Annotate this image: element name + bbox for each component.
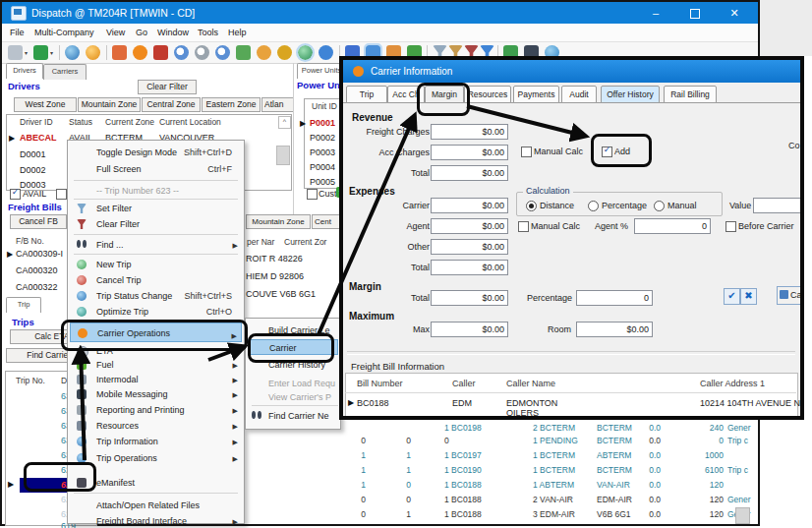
scroll-up-icon[interactable]: ^ xyxy=(278,116,291,129)
add-checkbox[interactable] xyxy=(602,147,612,157)
submenu-item-find-carrier[interactable]: Find Carrier Ne xyxy=(248,408,338,424)
power-units-col-unit-id[interactable]: Unit ID xyxy=(312,101,337,111)
dialog-tab-rail-billing[interactable]: Rail Billing xyxy=(664,86,717,103)
driver-icon[interactable] xyxy=(112,45,127,60)
fb-col-caller-name[interactable]: Caller Name xyxy=(506,379,555,388)
scrollbar-thumb[interactable] xyxy=(735,507,750,524)
driver-row[interactable]: D0002 xyxy=(20,165,46,175)
dialog-tab-trip[interactable]: Trip xyxy=(346,86,387,103)
web-icon[interactable] xyxy=(298,45,313,60)
menu-item-resources[interactable]: Resources▶ xyxy=(70,418,242,434)
info-icon[interactable] xyxy=(65,45,80,60)
calculate-button[interactable]: Ca xyxy=(777,286,800,305)
drivers-col-current-zone[interactable]: Current Zone xyxy=(105,117,154,127)
zone-button-mountain[interactable]: Mountain Zone xyxy=(78,97,141,112)
dialog-tab-offer-history[interactable]: Offer History xyxy=(601,86,660,103)
confirm-button[interactable]: ✔ xyxy=(724,288,740,305)
drivers-col-driver-id[interactable]: Driver ID xyxy=(20,117,53,127)
tab-trip[interactable]: Trip xyxy=(6,297,41,313)
trips-col-no[interactable]: Trip No. xyxy=(16,376,45,385)
maximize-button[interactable] xyxy=(678,2,712,24)
fb-row[interactable]: CA000320 xyxy=(16,265,58,275)
tab-carriers[interactable]: Carriers xyxy=(43,64,87,80)
menu-item-new-trip[interactable]: New Trip xyxy=(70,257,242,272)
menu-multi-company[interactable]: Multi-Company xyxy=(34,28,94,37)
menu-item-trip-information[interactable]: Trip Information▶ xyxy=(70,434,242,449)
expenses-other-field[interactable]: $0.00 xyxy=(431,239,508,255)
zone-button-central[interactable]: Central Zone xyxy=(142,97,201,112)
menu-tools[interactable]: Tools xyxy=(198,28,218,37)
revenue-total-field[interactable]: $0.00 xyxy=(431,165,508,181)
print-caret-icon[interactable]: ▾ xyxy=(25,49,28,56)
power-unit-row[interactable]: P0004 xyxy=(310,162,335,172)
expenses-total-field[interactable]: $0.00 xyxy=(431,260,508,275)
zone-button-west[interactable]: West Zone xyxy=(14,97,77,112)
fb-row[interactable]: CA000322 xyxy=(16,282,58,292)
about-icon[interactable] xyxy=(86,45,100,60)
trace-icon[interactable] xyxy=(195,45,209,60)
menu-go[interactable]: Go xyxy=(136,28,147,37)
menu-item-toggle-design-mode[interactable]: Toggle Design ModeShift+Ctrl+D xyxy=(70,145,242,160)
refresh-icon[interactable] xyxy=(319,45,333,60)
margin-percentage-field[interactable]: 0 xyxy=(576,290,653,306)
before-carrier-checkbox[interactable] xyxy=(725,221,736,232)
agent-pct-field[interactable]: 0 xyxy=(634,218,711,234)
fb-row[interactable]: CA000309-I xyxy=(16,249,63,259)
dialog-tab-acc-charges[interactable]: Acc Ch xyxy=(387,86,425,103)
zone-button-eastern[interactable]: Eastern Zone xyxy=(202,97,261,112)
do-checkbox[interactable] xyxy=(56,189,67,200)
display-icon[interactable] xyxy=(33,45,48,60)
find-trip-icon[interactable] xyxy=(174,45,189,60)
cancel-x-button[interactable]: ✖ xyxy=(740,288,757,305)
submenu-item-carrier[interactable]: Carrier xyxy=(248,339,338,355)
menu-item-full-screen[interactable]: Full ScreenCtrl+F xyxy=(70,161,242,177)
power-unit-row[interactable]: P0005 xyxy=(310,177,335,187)
map-icon[interactable] xyxy=(236,45,251,60)
print-icon[interactable] xyxy=(8,45,23,60)
acc-charges-field[interactable]: $0.00 xyxy=(431,145,508,160)
menu-help[interactable]: Help xyxy=(228,28,247,37)
fb-col-bill-number[interactable]: Bill Number xyxy=(357,379,403,388)
menu-item-trip-operations[interactable]: Trip Operations▶ xyxy=(70,450,242,466)
clear-filter-button[interactable]: Clear Filter xyxy=(138,80,197,94)
display-caret-icon[interactable]: ▾ xyxy=(50,49,53,56)
menu-item-reporting-printing[interactable]: Reporting and Printing▶ xyxy=(70,402,242,418)
submenu-item-build-carrier[interactable]: Build Carrier Le xyxy=(248,323,338,338)
truck-icon[interactable] xyxy=(153,45,168,60)
power-unit-row[interactable]: P0003 xyxy=(310,147,335,157)
menu-item-optimize-trip[interactable]: Optimize TripCtrl+O xyxy=(70,304,242,320)
tab-drivers[interactable]: Drivers xyxy=(6,63,43,79)
fb-col-caller-address[interactable]: Caller Address 1 xyxy=(700,379,765,388)
bg-zone-button-mountain[interactable]: Mountain Zone xyxy=(246,214,311,229)
minimize-button[interactable]: – xyxy=(639,2,672,24)
menu-item-carrier-operations[interactable]: Carrier Operations▶ xyxy=(70,323,242,342)
avail-checkbox[interactable] xyxy=(10,189,21,200)
drivers-col-status[interactable]: Status xyxy=(69,117,92,127)
scrollbar-thumb[interactable] xyxy=(276,146,290,165)
menu-item-set-filter[interactable]: Set Filter xyxy=(70,201,242,216)
expenses-agent-field[interactable]: $0.00 xyxy=(431,218,508,234)
calc-manual-radio[interactable] xyxy=(654,201,665,211)
custom-checkbox[interactable] xyxy=(307,189,318,200)
search-icon[interactable] xyxy=(215,45,230,60)
expenses-carrier-field[interactable]: $0.00 xyxy=(431,198,508,213)
fb-col-caller[interactable]: Caller xyxy=(452,379,476,388)
calc-distance-radio[interactable] xyxy=(526,201,537,211)
calc-percentage-radio[interactable] xyxy=(588,201,599,211)
expenses-manual-calc-checkbox[interactable] xyxy=(518,221,529,232)
freight-charges-field[interactable]: $0.00 xyxy=(431,124,508,140)
drivers-col-current-location[interactable]: Current Location xyxy=(159,117,221,127)
rates-icon[interactable] xyxy=(277,45,292,60)
dialog-tab-payments[interactable]: Payments xyxy=(513,86,559,103)
carrier-operations-icon[interactable] xyxy=(133,45,147,60)
menu-item-cancel-trip[interactable]: Cancel Trip xyxy=(70,272,242,288)
value-field[interactable] xyxy=(753,198,800,213)
menu-item-attach-open-files[interactable]: Attach/Open Related Files xyxy=(70,498,242,513)
menu-item-intermodal[interactable]: Intermodal▶ xyxy=(70,372,242,387)
dialog-tab-audit[interactable]: Audit xyxy=(561,86,597,103)
menu-file[interactable]: File xyxy=(10,28,25,37)
room-field[interactable]: $0.00 xyxy=(576,322,653,337)
dialog-tab-resources[interactable]: Resources xyxy=(464,86,511,103)
dialog-tab-margin[interactable]: Margin xyxy=(425,86,464,103)
menu-item-fuel[interactable]: Fuel▶ xyxy=(70,357,242,373)
